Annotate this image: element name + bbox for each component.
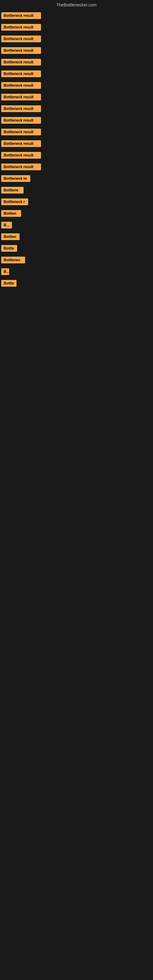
site-header: TheBottlenecker.com [0, 0, 153, 10]
bottleneck-badge[interactable]: Bottleneck result [1, 129, 41, 135]
bottleneck-badge[interactable]: Bottleneck r [1, 199, 28, 205]
bottleneck-badge[interactable]: Bottleneck re [1, 175, 30, 182]
result-row: Bottle [0, 277, 153, 289]
bottleneck-badge[interactable]: Bottlenec [1, 257, 25, 263]
bottleneck-badge[interactable]: Bottleneck result [1, 35, 41, 42]
results-list: Bottleneck resultBottleneck resultBottle… [0, 10, 153, 289]
bottleneck-badge[interactable]: Bottlen [1, 233, 19, 240]
result-row: Bottleneck result [0, 126, 153, 138]
result-row: Bottleneck result [0, 161, 153, 173]
result-row: Bottleneck result [0, 56, 153, 68]
bottleneck-badge[interactable]: Bottle [1, 280, 16, 286]
bottleneck-badge[interactable]: Bottleneck result [1, 47, 41, 54]
bottleneck-badge[interactable]: Bottleneck result [1, 94, 41, 100]
result-row: Bottleneck result [0, 10, 153, 21]
bottom-spacer [0, 289, 153, 810]
result-row: Bottlenec [0, 254, 153, 266]
result-row: Bottlen [0, 208, 153, 219]
result-row: Bottleneck result [0, 150, 153, 161]
result-row: Bottleneck result [0, 68, 153, 80]
bottleneck-badge[interactable]: Bottleneck result [1, 164, 41, 170]
result-row: Bottleneck result [0, 91, 153, 103]
bottleneck-badge[interactable]: Bottlene [1, 187, 24, 194]
bottleneck-badge[interactable]: Bottle [1, 245, 17, 252]
result-row: Bottlen [0, 231, 153, 243]
bottleneck-badge[interactable]: Bo [1, 268, 9, 275]
bottleneck-badge[interactable]: Bottleneck result [1, 140, 41, 147]
bottleneck-badge[interactable]: Bottleneck result [1, 152, 41, 159]
bottleneck-badge[interactable]: Bottleneck result [1, 12, 41, 19]
result-row: Bottleneck result [0, 80, 153, 91]
bottleneck-badge[interactable]: Bottleneck result [1, 24, 41, 30]
result-row: Bottleneck r [0, 196, 153, 208]
bottleneck-badge[interactable]: Bottlen [1, 210, 21, 217]
result-row: Bottleneck result [0, 45, 153, 56]
bottleneck-badge[interactable]: Bottleneck result [1, 70, 41, 77]
result-row: Bottlene [0, 185, 153, 196]
result-row: Bottleneck result [0, 138, 153, 150]
bottleneck-badge[interactable]: Bottleneck result [1, 117, 41, 124]
site-title: TheBottlenecker.com [56, 2, 97, 7]
result-row: Bo [0, 266, 153, 277]
result-row: Bottle [0, 243, 153, 254]
result-row: Bottleneck result [0, 115, 153, 126]
bottleneck-badge[interactable]: Bottleneck result [1, 82, 41, 89]
bottleneck-badge[interactable]: Bottleneck result [1, 105, 41, 112]
result-row: Bottleneck result [0, 33, 153, 45]
result-row: Bottleneck re [0, 173, 153, 185]
result-row: Bot [0, 219, 153, 231]
bottleneck-badge[interactable]: Bot [1, 222, 12, 229]
result-row: Bottleneck result [0, 103, 153, 115]
bottleneck-badge[interactable]: Bottleneck result [1, 59, 41, 65]
result-row: Bottleneck result [0, 21, 153, 33]
